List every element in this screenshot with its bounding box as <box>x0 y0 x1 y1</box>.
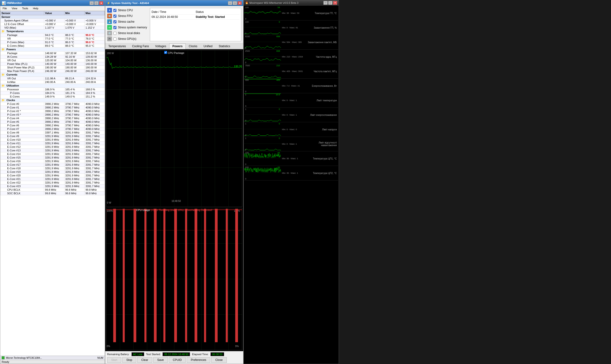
folder-expand-icon[interactable]: 📁 <box>1 48 5 51</box>
svg-rect-36 <box>144 209 147 342</box>
hwmonitor-maximize-button[interactable]: □ <box>94 1 98 5</box>
sensor-min: 3790.7 MHz <box>64 102 84 106</box>
tab-unified[interactable]: Unified <box>200 43 216 49</box>
msi-scale-min: 0 <box>245 148 246 151</box>
msi-scale-max: 100 <box>245 166 249 169</box>
start-button[interactable]: Start <box>107 357 121 363</box>
stress-memory-checkbox[interactable] <box>113 26 116 29</box>
folder-expand-icon[interactable]: 📁 <box>1 73 5 76</box>
stress-gpu-label: Stress GPU(s) <box>118 37 136 40</box>
tab-voltages[interactable]: Voltages <box>152 43 169 49</box>
folder-expand-icon[interactable]: 📁 <box>1 84 5 87</box>
hwmonitor-titlebar: 📊 HWMonitor ─ □ ✕ <box>0 0 105 6</box>
sensor-max: 3391.7 MHz <box>84 177 105 181</box>
msi-maximize-button[interactable]: □ <box>328 1 333 5</box>
sensor-min: 99.8 MHz <box>64 192 84 195</box>
clear-button[interactable]: Clear <box>137 357 152 363</box>
msi-scale-max: 7500 <box>245 64 250 67</box>
table-row: Package 94.0 °C 88.0 °C 99.0 °C <box>0 33 105 37</box>
tab-cooling-fans[interactable]: Cooling Fans <box>129 43 152 49</box>
svg-text:16:48:50: 16:48:50 <box>172 200 181 202</box>
stress-fpu-label: Stress FPU <box>118 14 132 18</box>
table-row: SOC BCLK 99.8 MHz 99.8 MHz 99.8 MHz <box>0 192 105 195</box>
tab-temperatures[interactable]: Temperatures <box>105 43 129 49</box>
sensor-max: 139.83 W <box>84 55 105 59</box>
tab-powers[interactable]: Powers <box>169 43 186 49</box>
msi-sensor-row: 83 100 0 Мін: 36 · Макс: 1 Температура Ц… <box>244 151 338 166</box>
chart1-checkbox[interactable] <box>164 51 167 54</box>
stress-fpu-checkbox[interactable] <box>113 14 116 18</box>
sensor-min: 3291.9 MHz <box>64 149 84 152</box>
cpuid-button[interactable]: CPUID <box>169 357 186 363</box>
chart1-svg: 200 W 0 W 16:48:50 130.70 <box>106 51 242 207</box>
save-button[interactable]: Save <box>153 357 168 363</box>
folder-expand-icon[interactable]: 📁 <box>1 99 5 102</box>
cpu-usage-chart: CPU Usage | CPU Throttling (max: 19%) - … <box>106 208 242 350</box>
msi-sensor-label: Температура ЦП1, °C <box>305 151 338 166</box>
menu-file[interactable]: File <box>1 6 8 10</box>
col-max: Max <box>84 11 105 15</box>
sensor-value: 3291.9 MHz <box>44 142 64 145</box>
sensor-min: 190.00 W <box>64 66 84 69</box>
hw-status-text: Ready <box>2 360 9 363</box>
table-row: E-Core #11 3291.9 MHz 3291.9 MHz 3391.7 … <box>0 142 105 145</box>
col-value: Value <box>44 11 64 15</box>
msi-close-button[interactable]: ✕ <box>333 1 337 5</box>
msi-graph-svg <box>244 6 281 20</box>
table-row: Max Peak Power (PL4) 246.00 W 246.00 W 2… <box>0 69 105 73</box>
sensor-name: VR Out <box>0 59 44 62</box>
stress-cache-checkbox[interactable] <box>113 20 116 23</box>
stress-cpu-checkbox[interactable] <box>113 9 116 12</box>
stress-gpu-checkbox[interactable] <box>113 38 116 40</box>
elapsed-value: 00:30:53 <box>210 352 224 356</box>
status-header-row: Date / Time Status <box>152 10 240 14</box>
hwmonitor-minimize-button[interactable]: ─ <box>89 1 94 5</box>
aida64-close-button[interactable]: ✕ <box>237 1 242 5</box>
msi-graph-svg <box>244 79 281 92</box>
sensor-value: 149.9 % <box>44 95 64 98</box>
sensor-name: Package <box>0 33 44 37</box>
menu-tools[interactable]: Tools <box>21 6 30 10</box>
sensor-min: 3291.9 MHz <box>64 177 84 181</box>
sensor-max: 4090.0 MHz <box>84 120 105 124</box>
msi-sensor-label: Частота ядра, МГц <box>305 50 338 64</box>
msi-scale-min: 0 <box>245 76 246 78</box>
menu-view[interactable]: View <box>10 6 19 10</box>
sensor-min: 88.0 °C <box>64 33 84 37</box>
sensor-name: Power Max (PL1) <box>0 62 44 66</box>
sensor-name: E-Core #15 <box>0 156 44 159</box>
sensor-name: E-Core #22 <box>0 181 44 184</box>
sensor-value: 166.9 % <box>44 88 64 91</box>
tab-clocks[interactable]: Clocks <box>186 43 200 49</box>
close-button[interactable]: Close <box>211 357 227 363</box>
msi-sensor-label: Частота пам'яті, МГц <box>305 64 338 78</box>
subsection-text: Powers <box>6 48 16 51</box>
msi-sensor-stats: Мін: 210 · Макс: 1564 <box>281 50 305 64</box>
msi-afterburner-window: 🔥 Моніторинг MSI Afterburner v4.6.6 Beta… <box>243 0 339 364</box>
sensor-min: 92.16 W <box>64 55 84 59</box>
msi-scale-min: 0 <box>245 163 246 165</box>
sensor-max: 3391.7 MHz <box>84 181 105 184</box>
stop-button[interactable]: Stop <box>122 357 136 363</box>
aida64-maximize-button[interactable]: □ <box>233 1 237 5</box>
folder-expand-icon[interactable]: 📁 <box>1 30 5 33</box>
aida64-minimize-button[interactable]: ─ <box>228 1 232 5</box>
msi-min-stat: Мін: 0 · Макс: 1 <box>282 99 304 102</box>
msi-minimize-button[interactable]: ─ <box>323 1 328 5</box>
preferences-button[interactable]: Preferences <box>187 357 210 363</box>
tab-statistics[interactable]: Statistics <box>216 43 233 49</box>
msi-graph: 658 2500 0 <box>244 50 281 64</box>
sensor-min: 104.00 W <box>64 59 84 62</box>
sensor-min: 3291.9 MHz <box>64 184 84 188</box>
stress-disk-checkbox[interactable] <box>113 32 116 35</box>
hwmonitor-close-button[interactable]: ✕ <box>99 1 103 5</box>
menu-help[interactable]: Help <box>31 6 40 10</box>
sensor-max: 190.00 W <box>84 66 105 69</box>
sensor-name: Processor <box>0 88 44 91</box>
sensor-value: 3291.9 MHz <box>44 149 64 152</box>
svg-rect-44 <box>226 209 228 342</box>
msi-scale-max: 1 <box>245 137 246 140</box>
msi-graph: 0 100 0 <box>244 21 281 35</box>
msi-graph: 0 1 0 <box>244 108 281 122</box>
msi-min-stat: Мін: 36 · Макс: 1 <box>282 172 304 174</box>
